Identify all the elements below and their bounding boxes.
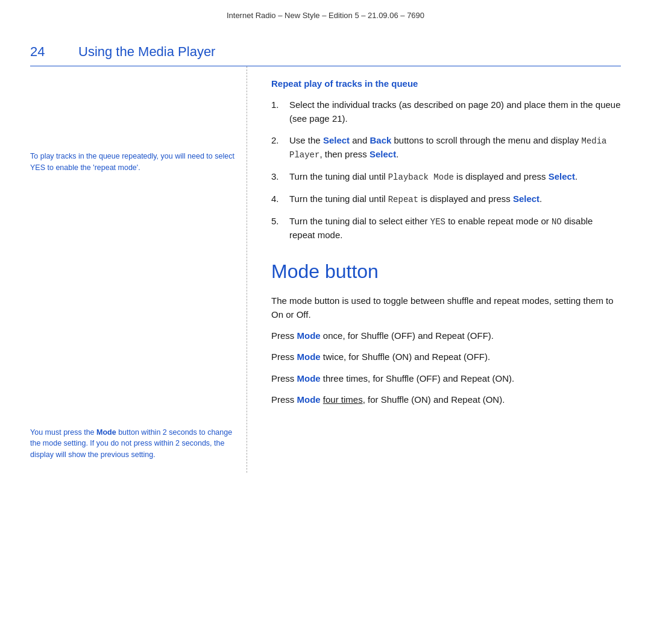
sidebar: To play tracks in the queue repeatedly, … — [30, 66, 247, 473]
step-2-select: Select — [323, 135, 350, 145]
chapter-number: 24 — [30, 44, 60, 60]
step-5: Turn the tuning dial to select either YE… — [271, 215, 621, 242]
mode-four-times: four times — [323, 394, 363, 405]
main-layout: To play tracks in the queue repeatedly, … — [0, 66, 651, 473]
step-3-content: Turn the tuning dial until Playback Mode… — [289, 170, 621, 184]
mode-section-description: The mode button is used to toggle betwee… — [271, 294, 621, 322]
step-4: Turn the tuning dial until Repeat is dis… — [271, 192, 621, 206]
sidebar-note-2: You must press the Mode button within 2 … — [30, 427, 234, 461]
step-4-repeat: Repeat — [388, 195, 418, 204]
content-area: Repeat play of tracks in the queue Selec… — [247, 66, 621, 473]
mode-line-2: Press Mode twice, for Shuffle (ON) and R… — [271, 350, 621, 364]
chapter-header: 24 Using the Media Player — [0, 26, 651, 66]
step-3: Turn the tuning dial until Playback Mode… — [271, 170, 621, 184]
step-5-no: NO — [552, 217, 562, 227]
mode-bold-4: Mode — [297, 394, 321, 405]
step-3-playback-mode: Playback Mode — [388, 172, 454, 182]
step-1: Select the individual tracks (as describ… — [271, 98, 621, 125]
step-2: Use the Select and Back buttons to scrol… — [271, 134, 621, 162]
step-5-content: Turn the tuning dial to select either YE… — [289, 215, 621, 242]
mode-line-4: Press Mode four times, for Shuffle (ON) … — [271, 393, 621, 406]
step-5-yes: YES — [430, 217, 445, 227]
mode-bold-3: Mode — [297, 373, 321, 384]
step-2-select2: Select — [370, 149, 396, 159]
steps-list: Select the individual tracks (as describ… — [271, 98, 621, 242]
chapter-title: Using the Media Player — [78, 44, 215, 60]
mode-section-title: Mode button — [271, 260, 621, 283]
step-2-content: Use the Select and Back buttons to scrol… — [289, 134, 621, 162]
mode-bold-1: Mode — [297, 330, 321, 341]
mode-line-3: Press Mode three times, for Shuffle (OFF… — [271, 371, 621, 385]
header-text: Internet Radio – New Style – Edition 5 –… — [227, 11, 424, 20]
step-4-content: Turn the tuning dial until Repeat is dis… — [289, 192, 621, 206]
step-3-select: Select — [549, 171, 575, 182]
page-header: Internet Radio – New Style – Edition 5 –… — [0, 0, 651, 26]
step-4-select: Select — [513, 194, 539, 204]
repeat-section-title: Repeat play of tracks in the queue — [271, 78, 621, 89]
step-2-back: Back — [370, 135, 391, 145]
step-1-content: Select the individual tracks (as describ… — [289, 98, 621, 125]
mode-bold-2: Mode — [297, 352, 321, 362]
mode-line-1: Press Mode once, for Shuffle (OFF) and R… — [271, 329, 621, 343]
sidebar-note-1: To play tracks in the queue repeatedly, … — [30, 151, 234, 174]
